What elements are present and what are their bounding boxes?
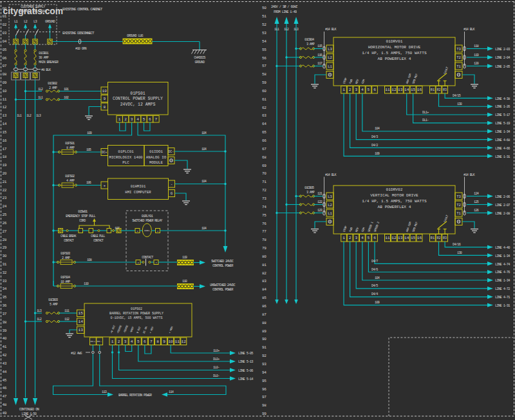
svg-text:D4/6: D4/6 bbox=[371, 268, 378, 272]
svg-text:LINE 2-08: LINE 2-08 bbox=[495, 212, 510, 216]
svg-text:#10 GRN: #10 GRN bbox=[75, 47, 86, 51]
svg-text:24VDC, 12 AMPS: 24VDC, 12 AMPS bbox=[120, 102, 156, 107]
svg-text:14: 14 bbox=[3, 122, 7, 126]
svg-text:40: 40 bbox=[3, 336, 7, 341]
svg-text:+: + bbox=[103, 184, 106, 188]
svg-text:107: 107 bbox=[115, 227, 120, 231]
svg-text:94: 94 bbox=[262, 370, 267, 375]
svg-text:82: 82 bbox=[262, 271, 267, 276]
svg-text:11: 11 bbox=[385, 236, 390, 240]
svg-text:125: 125 bbox=[474, 200, 479, 204]
svg-text:72: 72 bbox=[262, 188, 267, 193]
svg-text:LINE 5-19: LINE 5-19 bbox=[495, 122, 510, 126]
svg-text:01PS02: 01PS02 bbox=[131, 307, 142, 311]
svg-text:18: 18 bbox=[3, 155, 7, 159]
svg-text:37: 37 bbox=[3, 312, 7, 316]
svg-text:LINE 5-05: LINE 5-05 bbox=[238, 352, 253, 356]
svg-text:DL0+: DL0+ bbox=[213, 358, 220, 361]
svg-text:39: 39 bbox=[3, 329, 7, 333]
svg-text:111: 111 bbox=[64, 309, 70, 313]
svg-text:1: 1 bbox=[24, 77, 26, 80]
svg-text:12: 12 bbox=[3, 105, 7, 110]
svg-text:3 AMP: 3 AMP bbox=[306, 191, 315, 195]
svg-text:5: 5 bbox=[368, 236, 370, 240]
svg-text:MODULE: MODULE bbox=[149, 160, 163, 165]
svg-text:46: 46 bbox=[3, 386, 7, 390]
svg-text:LINE 5-14: LINE 5-14 bbox=[238, 377, 253, 381]
svg-text:DC-: DC- bbox=[97, 339, 102, 343]
svg-text:57: 57 bbox=[262, 64, 267, 68]
svg-text:48: 48 bbox=[3, 403, 7, 407]
svg-text:UNSWITCHED 24VDC: UNSWITCHED 24VDC bbox=[210, 283, 236, 287]
svg-text:25: 25 bbox=[3, 213, 7, 217]
svg-text:14: 14 bbox=[404, 236, 409, 240]
svg-text:4: 4 bbox=[137, 262, 138, 264]
svg-text:R3: R3 bbox=[443, 88, 447, 92]
svg-text:3 AMP: 3 AMP bbox=[306, 43, 315, 46]
svg-text:29: 29 bbox=[3, 245, 7, 250]
svg-text:240V / 3Ø / 60HZ: 240V / 3Ø / 60HZ bbox=[271, 5, 298, 9]
svg-text:08: 08 bbox=[3, 72, 7, 77]
svg-text:31: 31 bbox=[3, 262, 7, 267]
svg-text:104: 104 bbox=[201, 131, 207, 135]
svg-text:LINE 1-50: LINE 1-50 bbox=[22, 412, 37, 416]
svg-text:80: 80 bbox=[262, 254, 267, 259]
svg-text:01FS04: 01FS04 bbox=[61, 276, 70, 280]
svg-text:61: 61 bbox=[262, 97, 267, 102]
svg-text:LINE 1-34: LINE 1-34 bbox=[495, 279, 510, 283]
svg-text:2: 2 bbox=[349, 88, 351, 92]
svg-text:97: 97 bbox=[262, 395, 267, 399]
svg-text:ANALOG IO: ANALOG IO bbox=[146, 155, 167, 160]
svg-text:CONTROL POWER SUPPLY: CONTROL POWER SUPPLY bbox=[113, 97, 163, 101]
svg-text:L1: L1 bbox=[328, 211, 332, 216]
svg-text:LINE 2-07: LINE 2-07 bbox=[495, 204, 510, 207]
svg-text:16: 16 bbox=[417, 88, 422, 92]
svg-text:34: 34 bbox=[3, 287, 7, 291]
svg-text:106: 106 bbox=[86, 181, 91, 185]
svg-text:GROUND LUG: GROUND LUG bbox=[127, 34, 144, 38]
svg-text:4: 4 bbox=[131, 339, 133, 344]
svg-text:95: 95 bbox=[262, 379, 267, 383]
svg-text:BARREL ROTATION POWER SUPPLY: BARREL ROTATION POWER SUPPLY bbox=[109, 312, 164, 316]
svg-text:118: 118 bbox=[474, 44, 479, 48]
svg-text:65: 65 bbox=[262, 130, 267, 135]
svg-text:7: 7 bbox=[150, 339, 153, 344]
svg-text:R3: R3 bbox=[443, 236, 447, 240]
svg-text:01CB05: 01CB05 bbox=[304, 186, 314, 190]
svg-text:13: 13 bbox=[398, 88, 403, 92]
svg-text:47: 47 bbox=[3, 394, 7, 399]
svg-text:112: 112 bbox=[64, 318, 70, 321]
svg-text:15: 15 bbox=[3, 130, 7, 135]
svg-text:71: 71 bbox=[262, 180, 267, 184]
svg-text:2: 2 bbox=[118, 339, 120, 344]
svg-text:8: 8 bbox=[156, 339, 159, 344]
svg-text:44: 44 bbox=[3, 370, 7, 374]
svg-text:MICROLOGIX 1400: MICROLOGIX 1400 bbox=[109, 155, 143, 160]
svg-text:LINE 4-74: LINE 4-74 bbox=[495, 263, 510, 267]
svg-text:R2: R2 bbox=[436, 236, 440, 240]
svg-text:R2: R2 bbox=[436, 88, 440, 92]
svg-text:81: 81 bbox=[262, 263, 267, 267]
svg-text:MAIN BREAKER: MAIN BREAKER bbox=[39, 61, 59, 64]
svg-text:35: 35 bbox=[3, 295, 7, 300]
svg-text:66: 66 bbox=[262, 138, 267, 143]
svg-text:01RLY01: 01RLY01 bbox=[142, 215, 153, 218]
svg-text:VERTICAL MOTOR DRIVE: VERTICAL MOTOR DRIVE bbox=[370, 193, 418, 198]
svg-text:LINE 4-72: LINE 4-72 bbox=[495, 287, 510, 291]
svg-text:CABLE BREAK: CABLE BREAK bbox=[61, 234, 77, 238]
svg-text:13: 13 bbox=[3, 113, 7, 118]
svg-text:10: 10 bbox=[168, 339, 173, 344]
svg-text:01FS03: 01FS03 bbox=[61, 252, 70, 256]
svg-text:1L0+: 1L0+ bbox=[213, 349, 220, 353]
svg-text:92: 92 bbox=[262, 354, 267, 358]
svg-text:1/4 HP, 1.5 AMPS, 750 WATTS: 1/4 HP, 1.5 AMPS, 750 WATTS bbox=[362, 199, 427, 204]
svg-text:13: 13 bbox=[79, 328, 84, 332]
svg-text:LINE 4-38: LINE 4-38 bbox=[495, 97, 510, 101]
svg-text:LINE 1-31: LINE 1-31 bbox=[495, 304, 510, 308]
svg-text:52: 52 bbox=[262, 23, 267, 27]
svg-text:01FS02: 01FS02 bbox=[65, 175, 75, 178]
svg-text:14: 14 bbox=[404, 88, 409, 92]
svg-text:41: 41 bbox=[3, 345, 7, 349]
svg-text:1L2: 1L2 bbox=[26, 114, 32, 118]
svg-text:56: 56 bbox=[262, 56, 267, 61]
